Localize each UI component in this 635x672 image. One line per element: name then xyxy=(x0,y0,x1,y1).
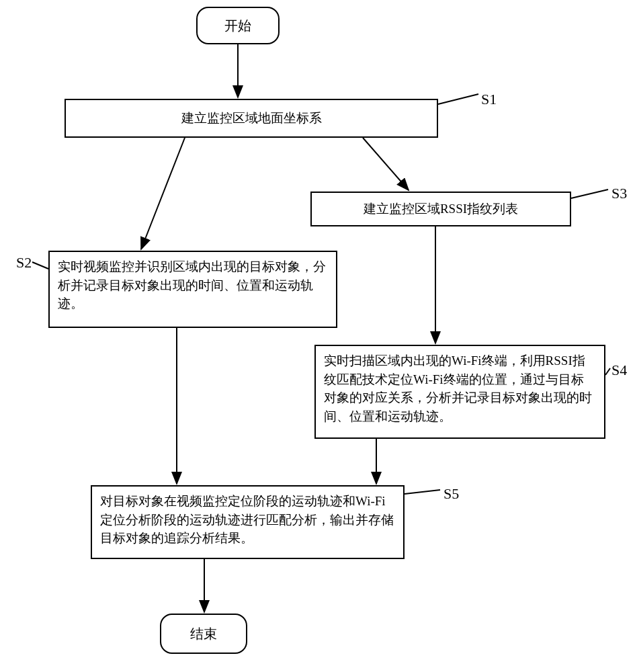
svg-line-5 xyxy=(32,262,48,269)
node-s4-text: 实时扫描区域内出现的Wi-Fi终端，利用RSSI指纹匹配技术定位Wi-Fi终端的… xyxy=(324,353,592,423)
svg-line-7 xyxy=(605,368,610,375)
label-s4: S4 xyxy=(611,362,627,379)
label-s2: S2 xyxy=(16,254,32,271)
node-s2-text: 实时视频监控并识别区域内出现的目标对象，分析并记录目标对象出现的时间、位置和运动… xyxy=(58,259,326,310)
svg-line-1 xyxy=(438,94,478,104)
label-s5: S5 xyxy=(443,485,459,503)
node-s1: 建立监控区域地面坐标系 xyxy=(65,99,438,138)
node-s3-text: 建立监控区域RSSI指纹列表 xyxy=(364,200,518,218)
node-s4: 实时扫描区域内出现的Wi-Fi终端，利用RSSI指纹匹配技术定位Wi-Fi终端的… xyxy=(314,345,605,439)
svg-line-2 xyxy=(141,138,185,249)
node-start-text: 开始 xyxy=(224,17,251,35)
node-end: 结束 xyxy=(160,614,247,654)
node-end-text: 结束 xyxy=(190,625,217,643)
label-s3: S3 xyxy=(611,185,627,202)
node-s3: 建立监控区域RSSI指纹列表 xyxy=(310,192,571,226)
svg-line-4 xyxy=(571,190,608,198)
flowchart-canvas: 开始 建立监控区域地面坐标系 S1 建立监控区域RSSI指纹列表 S3 实时视频… xyxy=(0,0,635,672)
node-s5-text: 对目标对象在视频监控定位阶段的运动轨迹和Wi-Fi定位分析阶段的运动轨迹进行匹配… xyxy=(100,494,394,545)
node-s2: 实时视频监控并识别区域内出现的目标对象，分析并记录目标对象出现的时间、位置和运动… xyxy=(48,251,337,328)
label-s1: S1 xyxy=(481,91,497,108)
svg-line-3 xyxy=(363,138,409,190)
node-s1-text: 建立监控区域地面坐标系 xyxy=(181,109,322,128)
node-start: 开始 xyxy=(196,7,280,44)
node-s5: 对目标对象在视频监控定位阶段的运动轨迹和Wi-Fi定位分析阶段的运动轨迹进行匹配… xyxy=(91,485,405,559)
svg-line-10 xyxy=(405,490,440,494)
